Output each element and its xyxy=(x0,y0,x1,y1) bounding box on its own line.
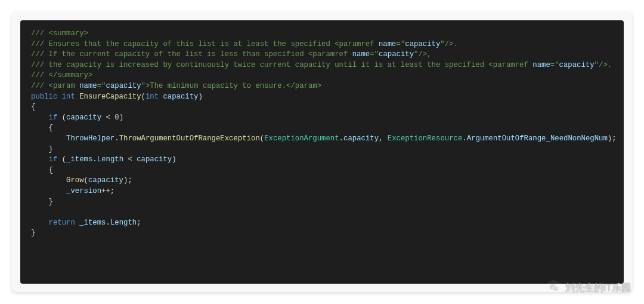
watermark-text: 刘先生的IT乐园 xyxy=(565,282,631,294)
code-block: /// <summary> /// Ensures that the capac… xyxy=(20,20,624,284)
watermark: 刘先生的IT乐园 xyxy=(546,280,631,296)
wechat-icon xyxy=(546,280,562,296)
code-content: /// <summary> /// Ensures that the capac… xyxy=(31,29,613,239)
code-snippet-frame: /// <summary> /// Ensures that the capac… xyxy=(12,12,632,292)
